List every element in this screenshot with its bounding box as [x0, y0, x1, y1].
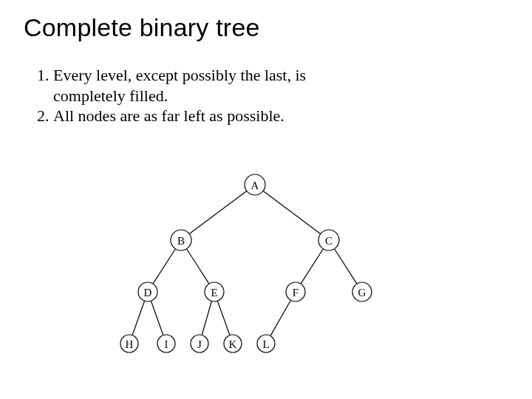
- tree-node-label: J: [197, 338, 202, 350]
- tree-node-label: I: [165, 338, 168, 350]
- tree-node-label: A: [251, 180, 259, 191]
- slide: Complete binary tree 1. Every level, exc…: [0, 0, 532, 399]
- tree-edge: [301, 249, 323, 284]
- tree-svg: ABCDEFGHIJKL: [100, 163, 395, 369]
- tree-edge: [153, 249, 175, 284]
- list-number: 2.: [37, 106, 53, 126]
- tree-node-label: C: [325, 235, 332, 247]
- list-number-spacer: [37, 86, 53, 106]
- tree-edge: [202, 301, 211, 335]
- list-item: 2. All nodes are as far left as possible…: [37, 106, 466, 126]
- list-text: All nodes are as far left as possible.: [53, 106, 284, 126]
- tree-edge: [189, 191, 247, 233]
- tree-edge: [263, 191, 321, 233]
- tree-node-label: F: [293, 287, 299, 299]
- tree-node-label: K: [229, 338, 237, 350]
- list-text: completely filled.: [53, 86, 168, 106]
- tree-diagram: ABCDEFGHIJKL: [100, 163, 395, 372]
- tree-edge: [132, 301, 145, 335]
- tree-node-label: B: [177, 235, 185, 247]
- list-item: 1. Every level, except possibly the last…: [37, 65, 466, 86]
- tree-node-label: E: [211, 287, 217, 299]
- tree-edge: [270, 300, 291, 335]
- tree-edge: [217, 301, 230, 335]
- tree-node-label: H: [126, 338, 134, 350]
- tree-node-label: G: [358, 287, 366, 299]
- list-number: 1.: [37, 65, 53, 86]
- list-text: Every level, except possibly the last, i…: [53, 65, 306, 86]
- list-item-cont: completely filled.: [37, 86, 466, 106]
- tree-edge: [335, 249, 357, 284]
- tree-node-label: L: [262, 338, 269, 350]
- tree-edge: [151, 301, 163, 335]
- tree-node-label: D: [144, 287, 152, 299]
- page-title: Complete binary tree: [24, 13, 260, 42]
- tree-edge: [187, 249, 209, 284]
- definition-list: 1. Every level, except possibly the last…: [37, 65, 466, 126]
